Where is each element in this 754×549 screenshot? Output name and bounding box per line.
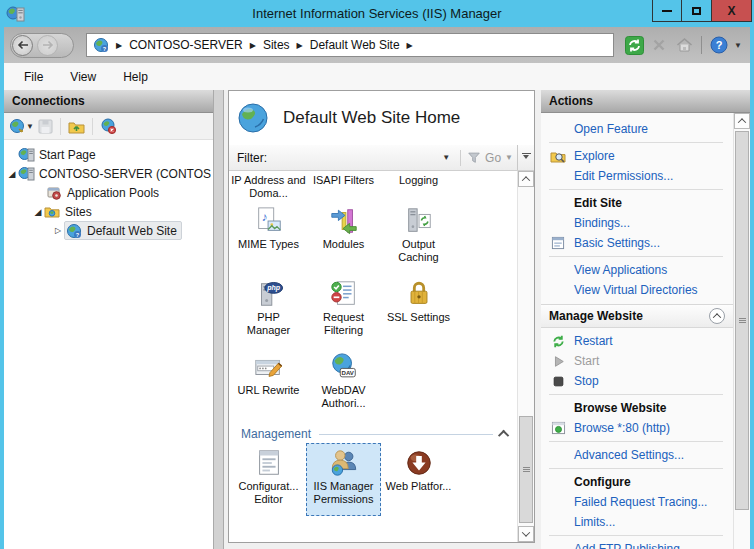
feature-tile-label: PHP Manager (236, 311, 302, 337)
section-divider (319, 434, 493, 435)
tree-item-application-pools[interactable]: Application Pools (4, 183, 213, 202)
action-limits[interactable]: Limits... (541, 512, 733, 532)
feature-tile-webdav[interactable]: DAV WebDAV Authori... (306, 347, 381, 420)
action-bindings[interactable]: Bindings... (541, 213, 733, 233)
feature-tile-label: Web Platfor... (386, 480, 452, 493)
feature-tile-ssl-settings[interactable]: SSL Settings (381, 274, 456, 347)
actions-scrollbar[interactable] (733, 113, 750, 549)
action-edit-permissions[interactable]: Edit Permissions... (541, 166, 733, 186)
scroll-up-button[interactable] (518, 171, 534, 187)
collapse-group-button[interactable] (709, 308, 725, 324)
breadcrumb-item-sites[interactable]: Sites (263, 38, 290, 52)
feature-tile-mime-types[interactable]: ♪ MIME Types (231, 201, 306, 274)
back-icon (17, 40, 29, 50)
connect-dropdown-caret-icon[interactable]: ▼ (26, 122, 34, 131)
breadcrumb-arrow-icon: ▶ (407, 41, 413, 50)
breadcrumb-item-server[interactable]: CONTOSO-SERVER (129, 38, 243, 52)
close-button[interactable]: X (712, 0, 752, 22)
menu-file[interactable]: File (24, 70, 43, 84)
up-level-button[interactable] (68, 119, 85, 134)
action-add-ftp-publishing[interactable]: Add FTP Publishing... (541, 539, 733, 549)
restart-icon (550, 333, 566, 349)
start-page-icon (18, 147, 35, 163)
tree-expander-collapsed-icon[interactable]: ▷ (52, 226, 64, 235)
feature-tile-label: Request Filtering (311, 311, 377, 337)
home-button[interactable] (674, 35, 694, 55)
features-scrollbar[interactable] (517, 171, 534, 542)
action-open-feature[interactable]: Open Feature (541, 119, 733, 139)
go-button[interactable]: Go ▼ (467, 151, 513, 165)
toolbar-overflow-button[interactable] (517, 145, 534, 170)
actions-separator (549, 468, 723, 469)
go-label: Go (485, 151, 501, 165)
action-view-virtual-directories[interactable]: View Virtual Directories (541, 280, 733, 300)
feature-tile-configuration-editor[interactable]: Configurat... Editor (231, 443, 306, 516)
menu-help[interactable]: Help (123, 70, 148, 84)
action-stop[interactable]: Stop (541, 371, 733, 391)
section-collapse-chevron-icon[interactable] (498, 430, 509, 441)
back-button[interactable] (12, 35, 33, 56)
connect-button[interactable]: ▼ (9, 118, 34, 134)
breadcrumb-item-default-web-site[interactable]: Default Web Site (310, 38, 400, 52)
action-basic-settings[interactable]: Basic Settings... (541, 233, 733, 253)
stop-icon (550, 373, 566, 389)
panel-splitter[interactable] (213, 90, 224, 549)
feature-tile-php-manager[interactable]: php PHP Manager (231, 274, 306, 347)
actions-panel: Actions Open Feature Explore (541, 90, 750, 549)
action-advanced-settings[interactable]: Advanced Settings... (541, 445, 733, 465)
window-title: Internet Information Services (IIS) Mana… (0, 6, 754, 21)
tree-item-server[interactable]: ◢ CONTOSO-SERVER (CONTOS (4, 164, 213, 183)
feature-tile-url-rewrite[interactable]: URL Rewrite (231, 347, 306, 420)
scrollbar-thumb[interactable] (519, 416, 533, 524)
action-view-applications[interactable]: View Applications (541, 260, 733, 280)
tree-item-sites[interactable]: ◢ Sites (4, 202, 213, 221)
feature-tile-request-filtering[interactable]: Request Filtering (306, 274, 381, 347)
feature-tile-web-platform[interactable]: Web Platfor... (381, 443, 456, 516)
action-browse-80-http[interactable]: Browse *:80 (http) (541, 418, 733, 438)
feature-tile-iis-manager-permissions[interactable]: IIS Manager Permissions (306, 443, 381, 516)
scrollbar-thumb[interactable] (735, 131, 749, 510)
feature-tile-isapi-filters[interactable]: ISAPI Filters (306, 174, 381, 200)
action-failed-request-tracing[interactable]: Failed Request Tracing... (541, 492, 733, 512)
filter-combo-caret-icon[interactable]: ▼ (442, 153, 454, 162)
breadcrumb-arrow-icon: ▶ (297, 41, 303, 50)
output-caching-icon (403, 206, 435, 236)
chevron-up-icon (522, 176, 530, 184)
scroll-down-button[interactable] (518, 526, 534, 542)
iis-manager-permissions-icon (328, 448, 360, 478)
forward-button[interactable] (37, 35, 58, 56)
action-heading-edit-site: Edit Site (541, 193, 733, 213)
feature-tile-output-caching[interactable]: Output Caching (381, 201, 456, 274)
feature-tile-ip-address[interactable]: IP Address and Doma... (231, 174, 306, 200)
features-grid: IP Address and Doma... ISAPI Filters Log… (229, 171, 517, 542)
refresh-button[interactable] (624, 35, 644, 55)
scroll-up-button[interactable] (734, 113, 750, 129)
connect-icon (9, 118, 26, 134)
help-dropdown-caret-icon[interactable]: ▼ (734, 41, 742, 50)
actions-header: Actions (541, 90, 750, 113)
feature-tile-modules[interactable]: Modules (306, 201, 381, 274)
tree-expander-expanded-icon[interactable]: ◢ (32, 207, 44, 217)
filter-toolbar: Filter: ▼ Go ▼ (229, 145, 517, 170)
breadcrumb-globe-icon: ? (93, 37, 109, 53)
minimize-button[interactable] (652, 0, 682, 22)
help-button[interactable]: ? (709, 35, 729, 55)
tree-item-label: Sites (65, 205, 92, 219)
maximize-button[interactable] (682, 0, 712, 22)
action-explore[interactable]: Explore (541, 146, 733, 166)
actions-separator (549, 256, 723, 257)
chevron-up-icon (713, 313, 721, 321)
tree-item-start-page[interactable]: Start Page (4, 145, 213, 164)
menu-view[interactable]: View (70, 70, 96, 84)
action-restart[interactable]: Restart (541, 331, 733, 351)
maximize-icon (692, 7, 701, 15)
save-button[interactable] (38, 119, 53, 134)
feature-tile-logging[interactable]: Logging (381, 174, 456, 200)
tree-expander-expanded-icon[interactable]: ◢ (6, 169, 18, 179)
chevron-up-icon (738, 118, 746, 126)
tree-item-default-web-site[interactable]: ▷ ? Default Web Site (4, 221, 213, 240)
filter-combobox[interactable]: ▼ (273, 149, 454, 167)
go-dropdown-caret-icon[interactable]: ▼ (505, 153, 513, 162)
stop-nav-button[interactable] (649, 35, 669, 55)
disconnect-button[interactable] (100, 118, 117, 134)
